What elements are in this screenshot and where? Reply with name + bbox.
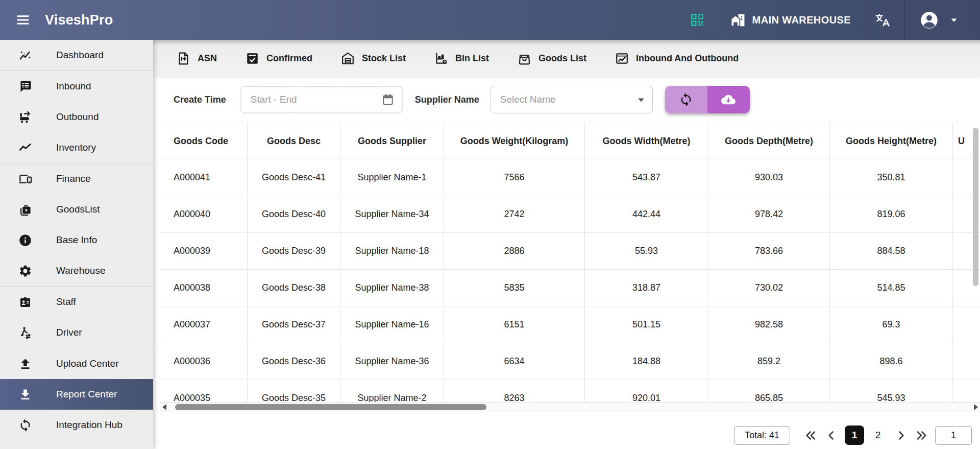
table-row[interactable]: A000041Goods Desc-41Supplier Name-175665… xyxy=(160,159,980,196)
sidebar: DashboardInboundOutboundInventoryFinance… xyxy=(0,40,153,449)
horizontal-scrollbar[interactable] xyxy=(160,402,980,412)
sidebar-item-goodslist[interactable]: GoodsList xyxy=(0,194,153,225)
sidebar-item-warehouse[interactable]: Warehouse xyxy=(0,255,153,286)
warehouse-label: MAIN WAREHOUSE xyxy=(752,14,851,26)
date-range-input[interactable]: Start - End xyxy=(240,86,403,113)
menu-icon[interactable] xyxy=(15,12,31,28)
scrollbar-thumb[interactable] xyxy=(175,404,486,410)
table-row[interactable]: A000035Goods Desc-35Supplier Name-282639… xyxy=(160,380,980,402)
info-icon xyxy=(18,233,32,247)
qr-code-icon[interactable] xyxy=(689,12,705,28)
main-content: ASNConfirmedStock ListBin ListGoods List… xyxy=(153,40,980,449)
tab-inbound-and-outbound[interactable]: Inbound And Outbound xyxy=(615,51,739,66)
table-cell: Supplier Name-18 xyxy=(340,233,444,269)
table-cell: A000035 xyxy=(160,380,248,402)
table-row[interactable]: A000038Goods Desc-38Supplier Name-385835… xyxy=(160,269,980,306)
devices-icon xyxy=(18,172,32,186)
table-cell: 350.81 xyxy=(830,159,953,196)
page-jump-input[interactable] xyxy=(935,426,972,445)
tab-goods-list[interactable]: Goods List xyxy=(517,51,586,66)
table-cell: Goods Desc-38 xyxy=(248,270,340,306)
header-left: ViseshPro xyxy=(0,12,113,28)
cases-icon xyxy=(18,203,32,217)
warehouse-selector[interactable]: MAIN WAREHOUSE xyxy=(730,12,851,28)
page-button-2[interactable]: 2 xyxy=(868,426,888,445)
trolley-icon xyxy=(18,110,32,124)
table-row[interactable]: A000040Goods Desc-40Supplier Name-342742… xyxy=(160,196,980,232)
sidebar-item-base-info[interactable]: Base Info xyxy=(0,225,153,255)
tab-label: Inbound And Outbound xyxy=(636,53,739,64)
sidebar-item-label: Staff xyxy=(56,296,76,308)
table-cell: Goods Desc-41 xyxy=(248,159,340,196)
app-header: ViseshPro MAIN WAREHOUSE xyxy=(0,0,980,40)
sidebar-item-report-center[interactable]: Report Center xyxy=(0,379,153,410)
supplier-select[interactable]: Select Name xyxy=(491,86,653,113)
sidebar-item-driver[interactable]: Driver xyxy=(0,317,153,348)
column-header-goods-code: Goods Code xyxy=(160,123,248,159)
table-cell: 6151 xyxy=(444,306,585,343)
scrollbar-track[interactable] xyxy=(168,403,972,412)
table-cell: 819.06 xyxy=(830,196,953,232)
table-row[interactable]: A000039Goods Desc-39Supplier Name-182886… xyxy=(160,232,980,269)
table-cell: 69.3 xyxy=(830,306,953,343)
refresh-button[interactable] xyxy=(665,86,707,113)
sidebar-item-staff[interactable]: Staff xyxy=(0,287,153,317)
goods-bag-icon xyxy=(517,51,532,66)
gear-icon xyxy=(18,264,32,278)
table-cell: Supplier Name-34 xyxy=(340,196,444,232)
translate-icon[interactable] xyxy=(874,12,890,28)
scroll-left-arrow[interactable] xyxy=(160,403,168,412)
column-header-goods-desc: Goods Desc xyxy=(248,123,340,159)
sidebar-item-inventory[interactable]: Inventory xyxy=(0,132,153,163)
table-cell: Goods Desc-40 xyxy=(248,196,340,232)
sidebar-item-integration-hub[interactable]: Integration Hub xyxy=(0,410,153,440)
tab-label: ASN xyxy=(198,53,217,64)
account-icon[interactable] xyxy=(919,10,939,30)
sidebar-item-label: Integration Hub xyxy=(56,419,122,431)
sync-icon xyxy=(679,92,693,107)
column-header-goods-width-metre: Goods Width(Metre) xyxy=(585,123,708,159)
stock-house-icon xyxy=(340,51,355,66)
table-row[interactable]: A000036Goods Desc-36Supplier Name-366634… xyxy=(160,343,980,380)
table-cell: Supplier Name-38 xyxy=(340,270,444,306)
table-cell: 318.87 xyxy=(585,270,708,306)
tab-asn[interactable]: ASN xyxy=(176,51,217,66)
confirmed-check-icon xyxy=(245,51,260,66)
supplier-select-placeholder: Select Name xyxy=(500,94,556,105)
badge-icon xyxy=(18,295,32,309)
action-buttons xyxy=(665,86,750,113)
sidebar-item-label: Inventory xyxy=(56,142,96,153)
table-cell: 501.15 xyxy=(585,306,708,343)
header-right: MAIN WAREHOUSE xyxy=(689,0,980,40)
first-page-button[interactable] xyxy=(804,429,818,442)
table-cell: 783.66 xyxy=(708,233,830,269)
dropdown-caret-icon xyxy=(634,92,648,107)
caret-down-icon[interactable] xyxy=(947,13,961,27)
table-cell: 543.87 xyxy=(585,159,708,196)
vertical-scrollbar[interactable] xyxy=(973,128,978,286)
sidebar-item-inbound[interactable]: Inbound xyxy=(0,71,153,102)
sidebar-item-finance[interactable]: Finance xyxy=(0,163,153,194)
tab-confirmed[interactable]: Confirmed xyxy=(245,51,312,66)
prev-page-button[interactable] xyxy=(824,429,838,442)
tab-stock-list[interactable]: Stock List xyxy=(340,51,406,66)
scroll-right-arrow[interactable] xyxy=(972,403,980,412)
sidebar-item-outbound[interactable]: Outbound xyxy=(0,102,153,132)
table-cell: 2742 xyxy=(444,196,585,232)
sidebar-item-upload-center[interactable]: Upload Center xyxy=(0,348,153,379)
column-header-goods-height-metre: Goods Height(Metre) xyxy=(830,123,953,159)
tab-label: Confirmed xyxy=(266,53,312,64)
export-button[interactable] xyxy=(707,86,750,113)
tab-bin-list[interactable]: Bin List xyxy=(434,51,489,66)
table-cell: 730.02 xyxy=(708,270,830,306)
table-row[interactable]: A000037Goods Desc-37Supplier Name-166151… xyxy=(160,306,980,343)
page-button-1[interactable]: 1 xyxy=(845,426,864,445)
filter-bar: Create Time Start - End Supplier Name Se… xyxy=(153,77,980,123)
table-cell: 978.42 xyxy=(708,196,830,232)
last-page-button[interactable] xyxy=(915,429,928,442)
sidebar-item-label: Base Info xyxy=(56,234,97,246)
table-cell: A000036 xyxy=(160,343,248,380)
table-cell: 865.85 xyxy=(708,380,830,402)
sidebar-item-dashboard[interactable]: Dashboard xyxy=(0,40,153,70)
next-page-button[interactable] xyxy=(894,429,908,442)
